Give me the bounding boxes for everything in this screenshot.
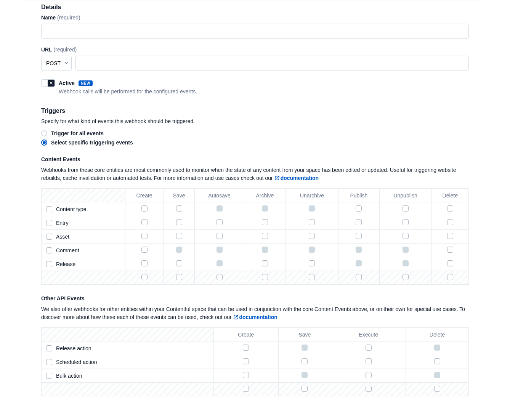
content-events-doc-link-text: documentation xyxy=(281,175,319,181)
event-checkbox[interactable] xyxy=(243,345,249,351)
column-select-all-checkbox[interactable] xyxy=(403,274,409,280)
event-checkbox xyxy=(262,205,268,212)
event-checkbox[interactable] xyxy=(217,233,223,239)
column-select-all-checkbox[interactable] xyxy=(262,274,268,280)
event-cell xyxy=(164,257,195,271)
column-select-all-checkbox[interactable] xyxy=(309,274,315,280)
column-select-all-checkbox[interactable] xyxy=(302,386,308,392)
external-link-icon xyxy=(274,175,280,183)
api-events-table: CreateSaveExecuteDelete Release actionSc… xyxy=(41,327,469,396)
row-label: Asset xyxy=(56,234,69,240)
content-events-table: CreateSaveAutosaveArchiveUnarchivePublis… xyxy=(41,188,469,285)
event-checkbox[interactable] xyxy=(176,219,182,225)
radio-trigger-all[interactable]: Trigger for all events xyxy=(41,130,469,136)
column-select-all-checkbox[interactable] xyxy=(356,274,362,280)
event-checkbox[interactable] xyxy=(176,205,182,212)
event-checkbox[interactable] xyxy=(141,233,148,239)
event-checkbox[interactable] xyxy=(309,260,315,266)
event-checkbox[interactable] xyxy=(403,219,409,225)
event-checkbox[interactable] xyxy=(366,345,372,351)
footer-cell xyxy=(431,271,468,285)
http-method-select[interactable]: POST xyxy=(41,56,72,71)
event-checkbox[interactable] xyxy=(302,358,308,364)
event-checkbox[interactable] xyxy=(262,219,268,225)
row-header: Content type xyxy=(42,202,125,216)
column-select-all-checkbox[interactable] xyxy=(366,386,372,392)
column-select-all-checkbox[interactable] xyxy=(176,274,182,280)
event-checkbox[interactable] xyxy=(217,219,223,225)
event-checkbox[interactable] xyxy=(356,205,362,212)
event-cell xyxy=(214,369,279,383)
event-cell xyxy=(214,341,279,355)
row-select-checkbox[interactable] xyxy=(46,345,52,351)
event-checkbox[interactable] xyxy=(243,372,249,378)
column-select-all-checkbox[interactable] xyxy=(141,274,148,280)
event-cell xyxy=(244,244,286,257)
row-header: Bulk action xyxy=(42,369,214,383)
event-checkbox[interactable] xyxy=(356,233,362,239)
event-checkbox[interactable] xyxy=(262,260,268,266)
event-checkbox[interactable] xyxy=(403,205,409,212)
table-row: Release action xyxy=(42,341,469,355)
column-select-all-checkbox[interactable] xyxy=(217,274,223,280)
event-checkbox[interactable] xyxy=(176,233,182,239)
column-select-all-checkbox[interactable] xyxy=(434,386,440,392)
row-select-checkbox[interactable] xyxy=(46,234,52,240)
name-required: (required) xyxy=(57,14,80,21)
event-checkbox[interactable] xyxy=(176,260,182,266)
event-checkbox[interactable] xyxy=(141,247,148,253)
row-select-checkbox[interactable] xyxy=(46,220,52,226)
url-label: URL (required) xyxy=(41,46,469,53)
event-cell xyxy=(164,244,195,257)
column-select-all-checkbox[interactable] xyxy=(447,274,453,280)
event-checkbox[interactable] xyxy=(447,205,453,212)
name-input[interactable] xyxy=(41,24,469,39)
event-cell xyxy=(406,369,469,383)
table-row: Entry xyxy=(42,216,469,230)
column-header: Unpublish xyxy=(379,189,431,202)
radio-trigger-specific[interactable]: Select specific triggering events xyxy=(41,139,469,146)
active-toggle[interactable] xyxy=(41,79,55,87)
row-select-checkbox[interactable] xyxy=(46,359,52,365)
event-cell xyxy=(244,230,286,244)
event-checkbox[interactable] xyxy=(447,260,453,266)
event-checkbox[interactable] xyxy=(434,358,440,364)
content-events-description: Webhooks from these core entities are mo… xyxy=(41,166,469,183)
row-select-checkbox[interactable] xyxy=(46,247,52,253)
event-checkbox[interactable] xyxy=(309,219,315,225)
event-checkbox[interactable] xyxy=(366,358,372,364)
column-header: Save xyxy=(164,189,195,202)
event-cell xyxy=(285,202,338,216)
content-events-doc-link[interactable]: documentation xyxy=(274,175,319,181)
event-checkbox[interactable] xyxy=(356,219,362,225)
api-events-doc-link[interactable]: documentation xyxy=(233,314,277,320)
event-checkbox[interactable] xyxy=(309,233,315,239)
row-select-checkbox[interactable] xyxy=(46,206,52,212)
event-checkbox[interactable] xyxy=(366,372,372,378)
footer-corner xyxy=(42,383,214,396)
footer-cell xyxy=(278,383,331,396)
row-select-checkbox[interactable] xyxy=(46,373,52,379)
event-checkbox xyxy=(217,205,223,212)
column-header: Unarchive xyxy=(285,189,338,202)
event-checkbox[interactable] xyxy=(403,233,409,239)
event-checkbox[interactable] xyxy=(141,205,148,212)
event-checkbox[interactable] xyxy=(141,260,148,266)
row-select-checkbox[interactable] xyxy=(46,261,52,267)
event-cell xyxy=(406,355,469,369)
event-cell xyxy=(406,341,469,355)
row-header: Release xyxy=(42,257,125,271)
column-select-all-checkbox[interactable] xyxy=(243,386,249,392)
event-checkbox[interactable] xyxy=(447,247,453,253)
url-input[interactable] xyxy=(75,56,469,71)
event-checkbox[interactable] xyxy=(243,358,249,364)
column-header: Delete xyxy=(431,189,468,202)
event-checkbox[interactable] xyxy=(262,233,268,239)
event-cell xyxy=(379,257,431,271)
event-checkbox[interactable] xyxy=(447,219,453,225)
footer-cell xyxy=(214,383,279,396)
event-checkbox[interactable] xyxy=(141,219,148,225)
event-cell xyxy=(244,216,286,230)
row-label: Release xyxy=(56,261,75,267)
event-checkbox[interactable] xyxy=(447,233,453,239)
